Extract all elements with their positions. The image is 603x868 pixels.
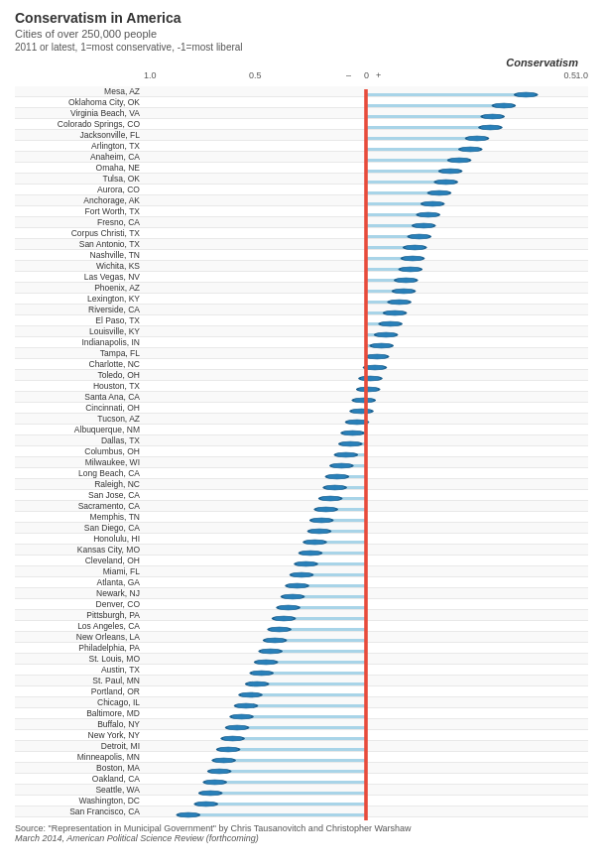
table-row: Anchorage, AK <box>15 195 588 206</box>
tick-zero: 0 <box>364 70 369 80</box>
table-row: Fort Worth, TX <box>15 206 588 217</box>
bar-container <box>144 403 588 413</box>
bar-container <box>144 676 588 685</box>
table-row: Kansas City, MO <box>15 545 588 556</box>
city-label: Wichita, KS <box>15 261 144 271</box>
city-label: Lexington, KY <box>15 294 144 304</box>
bar-container <box>144 730 588 740</box>
bar-container <box>144 381 588 391</box>
city-label: Portland, OR <box>15 686 144 696</box>
city-label: San Antonio, TX <box>15 239 144 249</box>
table-row: Tampa, FL <box>15 348 588 359</box>
city-label: Newark, NJ <box>15 588 144 598</box>
bar-container <box>144 261 588 271</box>
table-row: Omaha, NE <box>15 163 588 174</box>
table-row: Washington, DC <box>15 796 588 806</box>
bar-container <box>144 152 588 162</box>
city-label: Louisville, KY <box>15 326 144 336</box>
city-label: New York, NY <box>15 730 144 740</box>
footer: Source: "Representation in Municipal Gov… <box>15 823 588 843</box>
table-row: Las Vegas, NV <box>15 272 588 283</box>
table-row: Tulsa, OK <box>15 174 588 185</box>
table-row: Austin, TX <box>15 665 588 676</box>
table-row: Houston, TX <box>15 381 588 392</box>
city-label: Long Beach, CA <box>15 468 144 478</box>
table-row: Columbus, OH <box>15 446 588 457</box>
bar-container <box>144 490 588 500</box>
bar-container <box>144 545 588 555</box>
table-row: St. Paul, MN <box>15 676 588 686</box>
table-row: Colorado Springs, CO <box>15 119 588 130</box>
table-row: Fresno, CA <box>15 217 588 228</box>
bar-container <box>144 425 588 434</box>
chart-title: Conservatism in America <box>15 10 588 26</box>
table-row: Los Angeles, CA <box>15 621 588 632</box>
city-label: Charlotte, NC <box>15 359 144 369</box>
bar-container <box>144 796 588 806</box>
bar-container <box>144 686 588 696</box>
table-row: Santa Ana, CA <box>15 392 588 403</box>
bar-container <box>144 97 588 107</box>
city-label: Toledo, OH <box>15 370 144 380</box>
bar-container <box>144 588 588 598</box>
bar-container <box>144 337 588 347</box>
bar-container <box>144 806 588 816</box>
footer-line1: Source: "Representation in Municipal Gov… <box>15 823 588 833</box>
bar-container <box>144 457 588 467</box>
city-label: Tulsa, OK <box>15 174 144 184</box>
city-label: Corpus Christi, TX <box>15 228 144 238</box>
city-label: Sacramento, CA <box>15 501 144 511</box>
conservatism-label: Conservatism <box>506 57 578 68</box>
bar-container <box>144 785 588 795</box>
table-row: Jacksonville, FL <box>15 130 588 141</box>
tick-plus-1: 1.0 <box>575 70 588 80</box>
bar-container <box>144 315 588 325</box>
table-row: Milwaukee, WI <box>15 457 588 468</box>
city-label: Fresno, CA <box>15 217 144 227</box>
city-label: Aurora, CO <box>15 185 144 194</box>
city-label: Arlington, TX <box>15 141 144 151</box>
table-row: Philadelphia, PA <box>15 643 588 654</box>
bar-container <box>144 119 588 129</box>
city-label: Mesa, AZ <box>15 86 144 96</box>
table-row: Mesa, AZ <box>15 86 588 97</box>
bar-container <box>144 435 588 445</box>
table-row: Charlotte, NC <box>15 359 588 370</box>
table-row: Raleigh, NC <box>15 479 588 490</box>
city-label: Raleigh, NC <box>15 479 144 489</box>
bar-container <box>144 130 588 140</box>
table-row: Corpus Christi, TX <box>15 228 588 239</box>
bar-container <box>144 752 588 762</box>
city-label: Oakland, CA <box>15 774 144 784</box>
table-row: Riverside, CA <box>15 305 588 315</box>
bar-container <box>144 501 588 511</box>
footer-line2: March 2014, American Political Science R… <box>15 833 588 843</box>
table-row: Miami, FL <box>15 566 588 577</box>
tick-minus-sign: – <box>346 70 351 80</box>
table-row: Long Beach, CA <box>15 468 588 479</box>
city-label: Seattle, WA <box>15 785 144 795</box>
city-label: Tampa, FL <box>15 348 144 358</box>
bar-container <box>144 719 588 729</box>
city-label: New Orleans, LA <box>15 632 144 642</box>
table-row: Virginia Beach, VA <box>15 108 588 119</box>
bar-container <box>144 577 588 587</box>
table-row: Chicago, IL <box>15 697 588 708</box>
city-label: Indianapolis, IN <box>15 337 144 347</box>
city-label: Washington, DC <box>15 796 144 806</box>
city-label: Anchorage, AK <box>15 195 144 205</box>
bar-container <box>144 392 588 402</box>
city-label: Austin, TX <box>15 665 144 675</box>
city-label: Los Angeles, CA <box>15 621 144 631</box>
table-row: Boston, MA <box>15 763 588 774</box>
bar-container <box>144 195 588 205</box>
table-row: Sacramento, CA <box>15 501 588 512</box>
bar-container <box>144 414 588 424</box>
bar-container <box>144 86 588 96</box>
bar-container <box>144 479 588 489</box>
bar-container <box>144 468 588 478</box>
city-label: Detroit, MI <box>15 741 144 751</box>
chart-area: Conservatism 1.0 0.5 – 0 + 0.5 1.0 Mesa,… <box>15 57 588 817</box>
tick-minus-1: 1.0 <box>144 70 157 80</box>
bar-container <box>144 163 588 173</box>
